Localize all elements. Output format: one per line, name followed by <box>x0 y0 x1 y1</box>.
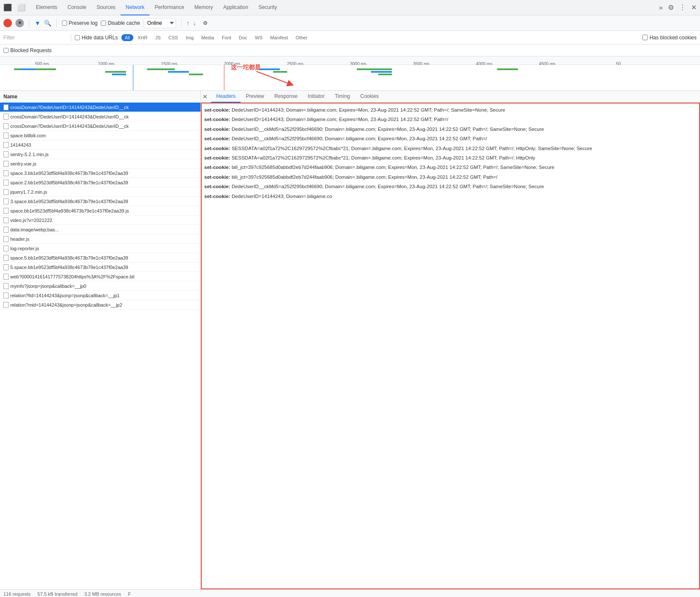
detail-tab-response[interactable]: Response <box>269 91 303 103</box>
detail-close-button[interactable]: ✕ <box>203 93 208 100</box>
detail-tab-timing[interactable]: Timing <box>329 91 355 103</box>
filter-btn-js[interactable]: JS <box>152 34 164 41</box>
cookie-entry-4: set-cookie: DedeUserID__ckMd5=a252f295bc… <box>204 135 697 142</box>
file-icon-4 <box>3 133 9 139</box>
separator-3 <box>181 19 182 27</box>
hide-data-urls-label[interactable]: Hide data URLs <box>75 35 118 41</box>
file-item-15[interactable]: header.js <box>0 234 200 244</box>
tab-performance[interactable]: Performance <box>150 0 189 15</box>
preserve-log-checkbox-label[interactable]: Preserve log <box>62 20 97 26</box>
tab-application[interactable]: Application <box>218 0 253 15</box>
file-icon-20 <box>3 283 9 289</box>
cookie-value-4: DedeUserID__ckMd5=a252f295bcf46690; Doma… <box>232 136 487 141</box>
device-toolbar-icon[interactable]: ⬜ <box>15 2 27 13</box>
file-item-6[interactable]: sentry-5.2.1.min.js <box>0 150 200 159</box>
cookie-value-10: DedeUserID=14144243; Domain=.biligame.co <box>232 194 332 199</box>
filter-btn-img[interactable]: Img <box>182 34 197 41</box>
preserve-log-checkbox[interactable] <box>62 21 67 26</box>
download-icon[interactable]: ↓ <box>193 20 196 27</box>
filter-btn-ws[interactable]: WS <box>252 34 266 41</box>
file-item-8[interactable]: space.3.bb1e9523df5bf4a938c4673b79e1c437… <box>0 168 200 178</box>
blocked-requests-checkbox[interactable] <box>3 48 9 53</box>
filter-bar: Hide data URLs All XHR JS CSS Img Media … <box>0 31 700 44</box>
record-button[interactable] <box>3 19 12 27</box>
annotation-area: set-cookie: DedeUserID=14144243; Domain=… <box>201 103 700 589</box>
detail-tab-preview[interactable]: Preview <box>241 91 269 103</box>
filter-input[interactable] <box>3 35 68 41</box>
file-item-11[interactable]: 3.space.bb1e9523df5bf4a938c4673b79e1c437… <box>0 197 200 206</box>
hide-data-urls-text: Hide data URLs <box>82 35 118 41</box>
file-item-9[interactable]: space.2.bb1e9523df5bf4a938c4673b79e1c437… <box>0 178 200 187</box>
blocked-requests-label[interactable]: Blocked Requests <box>3 47 52 53</box>
waterfall-bar-10 <box>357 68 392 70</box>
network-settings-icon[interactable]: ⚙ <box>203 20 208 26</box>
file-item-22[interactable]: relation?mid=14144243&jsonp=jsonp&callba… <box>0 300 200 310</box>
file-item-2[interactable]: crossDomain?DedeUserID=14144243&DedeUser… <box>0 112 200 121</box>
settings-icon[interactable]: ⚙ <box>666 2 676 13</box>
file-item-21[interactable]: relation?fid=14144243&jsonp=jsonp&callba… <box>0 291 200 300</box>
detail-tab-initiator[interactable]: Initiator <box>303 91 329 103</box>
file-item-10[interactable]: jquery1.7.2.min.js <box>0 187 200 197</box>
file-item-20[interactable]: myinfo?jsonp=jsonp&callback=__jp0 <box>0 281 200 291</box>
filter-btn-all[interactable]: All <box>121 34 133 41</box>
filter-btn-other[interactable]: Other <box>292 34 311 41</box>
cookie-entry-7: set-cookie: bili_jct=397c925685d0abbdf2e… <box>204 163 697 171</box>
file-item-5[interactable]: 14144243 <box>0 140 200 150</box>
filter-btn-doc[interactable]: Doc <box>235 34 251 41</box>
disable-cache-checkbox[interactable] <box>101 21 106 26</box>
tab-security[interactable]: Security <box>253 0 282 15</box>
detail-content[interactable]: set-cookie: DedeUserID=14144243; Domain=… <box>201 103 700 205</box>
tab-console[interactable]: Console <box>62 0 91 15</box>
filter-btn-font[interactable]: Font <box>218 34 235 41</box>
file-item-18[interactable]: 5.space.bb1e9523df5bf4a938c4673b79e1c437… <box>0 263 200 272</box>
disable-cache-checkbox-label[interactable]: Disable cache <box>101 20 140 26</box>
cookie-value-7: bili_jct=397c925685d0abbdf2eb7d244faab90… <box>232 165 554 170</box>
detail-tab-cookies[interactable]: Cookies <box>355 91 384 103</box>
file-name-21: relation?fid=14144243&jsonp=jsonp&callba… <box>10 293 120 298</box>
cookie-entry-9: set-cookie: DedeUserID__ckMd5=a252f295bc… <box>204 183 697 190</box>
clear-button[interactable]: ✕ <box>15 19 24 27</box>
upload-icon[interactable]: ↑ <box>187 20 190 27</box>
filter-btn-media[interactable]: Media <box>198 34 218 41</box>
file-name-19: web?000014161417775738204https%3A%2F%2Fs… <box>10 274 135 279</box>
file-item-4[interactable]: space.bilibili.com <box>0 131 200 140</box>
file-icon-15 <box>3 236 9 242</box>
devtools-icon-group: ⬛ ⬜ <box>2 2 27 13</box>
cookie-entry-8: set-cookie: bili_jct=397c925685d0abbdf2e… <box>204 173 697 181</box>
throttle-select[interactable]: Online Fast 3G Slow 3G Offline <box>144 18 176 28</box>
file-name-3: crossDomain?DedeUserID=14144243&DedeUser… <box>10 124 129 129</box>
search-icon[interactable]: 🔍 <box>44 20 51 27</box>
has-blocked-cookies-checkbox[interactable] <box>642 35 648 40</box>
file-item-7[interactable]: sentry.vue.js <box>0 159 200 168</box>
file-item-12[interactable]: space.bb1e9523df5bf4a938c4673b79e1c437f0… <box>0 206 200 216</box>
hide-data-urls-checkbox[interactable] <box>75 35 80 40</box>
file-name-11: 3.space.bb1e9523df5bf4a938c4673b79e1c437… <box>10 199 128 204</box>
file-icon-22 <box>3 302 9 308</box>
file-icon-1 <box>3 104 9 110</box>
file-item-17[interactable]: space.5.bb1e9523df5bf4a938c4673b79e1c437… <box>0 253 200 263</box>
file-item-13[interactable]: video.js?v=2021222 <box>0 216 200 225</box>
detail-tab-headers[interactable]: Headers <box>211 91 241 103</box>
file-name-18: 5.space.bb1e9523df5bf4a938c4673b79e1c437… <box>10 265 128 270</box>
cookie-key-2: set-cookie: <box>204 117 230 122</box>
file-item-16[interactable]: log-reporter.js <box>0 244 200 253</box>
file-item-19[interactable]: web?000014161417775738204https%3A%2F%2Fs… <box>0 272 200 281</box>
tab-elements[interactable]: Elements <box>31 0 62 15</box>
cookie-value-3: DedeUserID__ckMd5=a252f295bcf46690; Doma… <box>232 127 544 132</box>
filter-btn-xhr[interactable]: XHR <box>134 34 151 41</box>
filter-btn-manifest[interactable]: Manifest <box>267 34 291 41</box>
file-item-14[interactable]: data:image/webp;bas... <box>0 225 200 234</box>
detail-panel: ✕ Headers Preview Response Initiator Tim… <box>201 91 700 589</box>
tab-memory[interactable]: Memory <box>189 0 218 15</box>
file-item-3[interactable]: crossDomain?DedeUserID=14144243&DedeUser… <box>0 121 200 131</box>
filter-btn-css[interactable]: CSS <box>165 34 182 41</box>
file-item-1[interactable]: crossDomain?DedeUserID=14144243&DedeUser… <box>0 103 200 112</box>
more-options-icon[interactable]: ⋮ <box>677 2 688 13</box>
tab-network[interactable]: Network <box>121 0 150 15</box>
filter-icon[interactable]: ▼ <box>35 20 41 27</box>
tab-sources[interactable]: Sources <box>91 0 121 15</box>
close-devtools-icon[interactable]: ✕ <box>689 2 698 13</box>
waterfall-bar-5 <box>147 68 175 70</box>
inspect-icon[interactable]: ⬛ <box>2 2 14 13</box>
more-tabs-icon[interactable]: » <box>657 2 665 13</box>
